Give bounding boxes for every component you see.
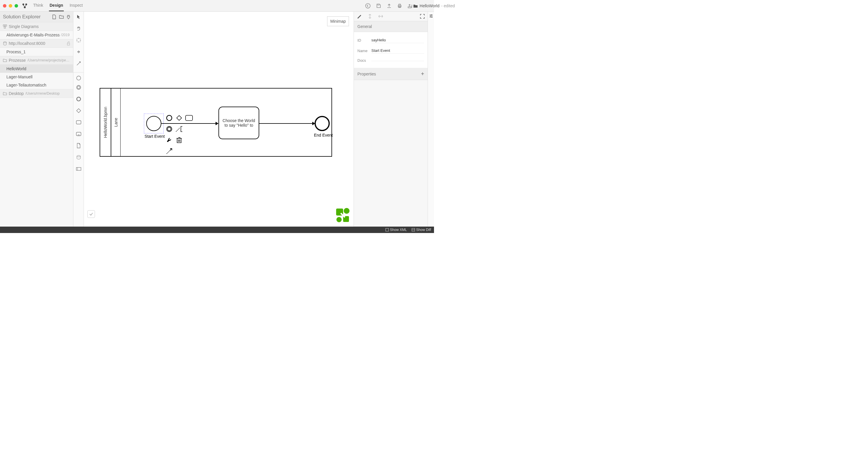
ctx-delete-icon[interactable] [175, 136, 183, 144]
section-path: /Users/rrrene/projects/pe… [27, 58, 69, 62]
ctx-task-icon[interactable] [185, 114, 193, 122]
data-object-tool[interactable] [75, 142, 82, 149]
id-field[interactable]: sayHello [371, 37, 424, 43]
show-xml-label: Show XML [390, 228, 407, 232]
svg-point-34 [336, 217, 342, 222]
ctx-gateway-icon[interactable] [175, 114, 183, 122]
lasso-tool[interactable] [75, 37, 82, 44]
explorer-title: Solution Explorer [3, 14, 52, 20]
task-node[interactable]: Choose the World to say "Hello" to [218, 106, 259, 139]
unlock-icon[interactable] [67, 41, 70, 45]
subprocess-tool[interactable] [75, 130, 82, 137]
save-button[interactable] [376, 3, 381, 8]
task-label: Choose the World to say "Hello" to [221, 118, 257, 128]
intermediate-event-tool[interactable] [75, 84, 82, 91]
svg-rect-19 [76, 108, 81, 113]
section-localhost[interactable]: http://localhost:8000 [0, 39, 73, 48]
plug-icon[interactable] [67, 14, 70, 19]
svg-rect-13 [67, 43, 70, 45]
diagram-item-aktivierung[interactable]: Aktivierungs-E-Mails-Prozess /2019 [0, 31, 73, 39]
show-xml-button[interactable]: Show XML [385, 228, 407, 232]
titlebar: Think Design Inspect HelloWorld - edited [0, 0, 434, 12]
add-property-button[interactable]: + [421, 71, 424, 77]
export-button[interactable] [387, 3, 392, 8]
svg-point-18 [76, 97, 81, 101]
run-dropdown[interactable] [429, 5, 431, 7]
pool-tool[interactable] [75, 165, 82, 173]
properties-section-header[interactable]: Properties + [354, 68, 428, 80]
pool-title-text: HelloWorld.bpmn [103, 106, 108, 138]
process-item-process1[interactable]: Process_1 [0, 48, 73, 56]
task-tool[interactable] [75, 119, 82, 126]
svg-rect-2 [24, 7, 26, 8]
end-event-node[interactable] [315, 116, 330, 131]
general-section-header[interactable]: General [354, 21, 428, 32]
svg-point-30 [167, 127, 171, 131]
process-item-lager-manuell[interactable]: Lager-Manuell [0, 73, 73, 81]
svg-rect-21 [76, 132, 81, 136]
run-button[interactable] [419, 4, 423, 8]
highlighter-icon[interactable] [357, 14, 362, 19]
tab-inspect[interactable]: Inspect [69, 0, 83, 11]
minimap-toggle[interactable]: Minimap [327, 16, 349, 26]
deploy-button[interactable] [408, 3, 413, 8]
lane-title[interactable]: Lane [111, 89, 121, 156]
start-event-node[interactable] [146, 116, 161, 131]
section-label: Single Diagrams [9, 24, 39, 29]
docs-field[interactable] [371, 60, 424, 61]
pool-title[interactable]: HelloWorld.bpmn [100, 89, 111, 156]
ctx-connect-icon[interactable] [165, 147, 173, 155]
svg-point-17 [77, 86, 80, 89]
svg-point-36 [431, 14, 432, 15]
tab-think[interactable]: Think [33, 0, 44, 11]
svg-rect-20 [76, 121, 81, 124]
props-toolbar [354, 12, 428, 21]
gateway-tool[interactable] [75, 107, 82, 114]
arrowhead-icon [216, 122, 218, 125]
section-prozesse[interactable]: Prozesse /Users/rrrene/projects/pe… [0, 56, 73, 65]
item-label: Process_1 [6, 50, 26, 54]
data-store-tool[interactable] [75, 154, 82, 161]
minimize-window-button[interactable] [9, 4, 12, 7]
section-single-diagrams[interactable]: Single Diagrams [0, 22, 73, 31]
end-event-label: End Event [312, 133, 335, 137]
new-file-icon[interactable] [52, 14, 56, 19]
hand-tool[interactable] [75, 25, 82, 32]
show-diff-button[interactable]: Show Diff [411, 228, 431, 232]
item-label: Aktivierungs-E-Mails-Prozess [6, 33, 60, 37]
ctx-intermediate-event-icon[interactable] [165, 114, 173, 122]
back-button[interactable] [365, 3, 371, 8]
open-folder-icon[interactable] [59, 14, 64, 19]
process-item-lager-teil[interactable]: Lager-Teilautomatisch [0, 81, 73, 89]
maximize-window-button[interactable] [14, 4, 18, 7]
svg-point-0 [23, 3, 24, 5]
fullscreen-icon[interactable] [420, 14, 425, 19]
ctx-wrench-icon[interactable] [165, 136, 173, 144]
panel-settings-button[interactable] [428, 12, 434, 226]
print-button[interactable] [397, 3, 402, 8]
close-window-button[interactable] [3, 4, 6, 7]
solution-explorer: Solution Explorer Single Diagrams Aktivi… [0, 12, 73, 226]
validation-ok-icon[interactable] [87, 210, 95, 218]
space-tool[interactable] [75, 48, 82, 55]
end-event-tool[interactable] [75, 96, 82, 102]
start-event-tool[interactable] [73, 72, 84, 79]
tab-design[interactable]: Design [49, 0, 64, 11]
section-desktop[interactable]: Desktop /Users/rrrene/Desktop [0, 89, 73, 98]
pointer-tool[interactable] [75, 13, 82, 21]
process-item-helloworld[interactable]: HelloWorld [0, 65, 73, 73]
sequence-flow-2[interactable] [259, 123, 313, 124]
folder-icon [413, 4, 418, 8]
bpmn-pool[interactable]: HelloWorld.bpmn Lane Start Event [100, 88, 332, 157]
diagram-canvas[interactable]: Minimap HelloWorld.bpmn Lane Start Event [84, 12, 353, 226]
item-label: HelloWorld [6, 66, 26, 71]
ctx-end-event-icon[interactable] [165, 125, 173, 133]
align-horizontal-icon[interactable] [378, 14, 383, 18]
status-bar: Show XML Show Diff [0, 226, 434, 233]
connect-tool[interactable] [75, 60, 82, 67]
sequence-flow-1[interactable] [161, 123, 216, 124]
ctx-annotation-icon[interactable] [175, 125, 183, 133]
align-vertical-icon[interactable] [368, 14, 372, 19]
svg-rect-39 [386, 228, 389, 231]
name-field[interactable]: Start Event [371, 48, 424, 54]
